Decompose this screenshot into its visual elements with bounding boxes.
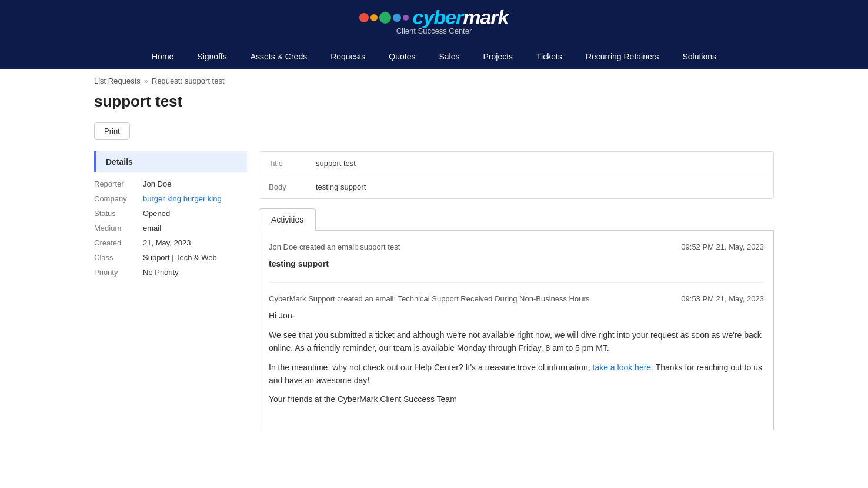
main-nav: Home Signoffs Assets & Creds Requests Qu… [0, 44, 868, 69]
activity-time-1: 09:52 PM 21, May, 2023 [681, 243, 764, 251]
nav-item-assets[interactable]: Assets & Creds [239, 44, 319, 69]
logo-circle-green [379, 12, 391, 24]
logo-wrapper: cybermark Client Success Center [359, 6, 508, 38]
activity-body-2-p2: We see that you submitted a ticket and a… [269, 328, 764, 355]
details-value-class: Support | Tech & Web [143, 253, 217, 262]
activity-body-1-text: testing support [269, 259, 329, 268]
details-row-company: Company burger king burger king [94, 194, 247, 203]
activity-body-1: testing support [269, 257, 764, 270]
activity-container: Jon Doe created an email: support test 0… [259, 231, 774, 430]
activity-header-1: Jon Doe created an email: support test 0… [269, 243, 764, 251]
logo-mark: mark [463, 6, 508, 28]
details-label-priority: Priority [94, 268, 138, 277]
activity-time-2: 09:53 PM 21, May, 2023 [681, 294, 764, 303]
nav-link-tickets[interactable]: Tickets [525, 44, 574, 69]
logo-circles [359, 12, 409, 24]
details-row-created: Created 21, May, 2023 [94, 238, 247, 247]
details-label-created: Created [94, 238, 138, 247]
nav-item-retainers[interactable]: Recurring Retainers [574, 44, 671, 69]
breadcrumb-parent-link[interactable]: List Requests [94, 77, 141, 85]
info-card-row-body: Body testing support [259, 175, 773, 198]
activity-author-1: Jon Doe created an email: support test [269, 243, 400, 251]
activity-author-2: CyberMark Support created an email: Tech… [269, 294, 589, 303]
breadcrumb-separator: » [144, 77, 148, 85]
nav-link-home[interactable]: Home [140, 44, 185, 69]
help-center-link[interactable]: take a look here. [593, 363, 654, 372]
details-label-medium: Medium [94, 224, 138, 233]
details-row-priority: Priority No Priority [94, 268, 247, 277]
logo-circle-purple [403, 15, 409, 21]
details-value-created: 21, May, 2023 [143, 238, 191, 247]
info-card-label-body: Body [269, 182, 316, 191]
nav-link-sales[interactable]: Sales [427, 44, 471, 69]
details-label-company: Company [94, 194, 138, 203]
details-label-reporter: Reporter [94, 180, 138, 188]
logo-circle-blue [393, 14, 401, 22]
nav-link-projects[interactable]: Projects [472, 44, 525, 69]
activity-body-2-p1: Hi Jon- [269, 309, 764, 322]
nav-item-quotes[interactable]: Quotes [377, 44, 427, 69]
print-button-area: Print [0, 117, 868, 151]
logo-image: cybermark [359, 6, 508, 29]
activity-entry-1: Jon Doe created an email: support test 0… [269, 243, 764, 283]
nav-item-tickets[interactable]: Tickets [525, 44, 574, 69]
nav-item-signoffs[interactable]: Signoffs [185, 44, 238, 69]
details-value-reporter: Jon Doe [143, 180, 171, 188]
logo-circle-red [359, 13, 369, 22]
logo-circle-orange [370, 14, 378, 21]
info-card-label-title: Title [269, 159, 316, 168]
nav-link-signoffs[interactable]: Signoffs [185, 44, 238, 69]
print-button[interactable]: Print [94, 122, 130, 140]
sidebar: Details Reporter Jon Doe Company burger … [94, 151, 247, 283]
page-title: support test [0, 92, 868, 117]
logo-brand-text: cybermark [412, 6, 508, 29]
details-table: Reporter Jon Doe Company burger king bur… [94, 180, 247, 277]
nav-item-home[interactable]: Home [140, 44, 185, 69]
nav-item-solutions[interactable]: Solutions [670, 44, 728, 69]
nav-link-solutions[interactable]: Solutions [670, 44, 728, 69]
details-label-class: Class [94, 253, 138, 262]
activity-body-2-p3: In the meantime, why not check out our H… [269, 361, 764, 387]
nav-link-retainers[interactable]: Recurring Retainers [574, 44, 671, 69]
activity-body-2-p4: Your friends at the CyberMark Client Suc… [269, 393, 764, 406]
details-value-company[interactable]: burger king burger king [143, 194, 222, 203]
breadcrumb: List Requests » Request: support test [0, 69, 868, 92]
sidebar-details-tab[interactable]: Details [94, 151, 247, 172]
details-row-class: Class Support | Tech & Web [94, 253, 247, 262]
nav-item-sales[interactable]: Sales [427, 44, 471, 69]
nav-item-requests[interactable]: Requests [319, 44, 377, 69]
details-value-status: Opened [143, 209, 170, 218]
activity-entry-2: CyberMark Support created an email: Tech… [269, 294, 764, 417]
activity-body-2: Hi Jon- We see that you submitted a tick… [269, 309, 764, 406]
activity-header-2: CyberMark Support created an email: Tech… [269, 294, 764, 303]
nav-link-assets[interactable]: Assets & Creds [239, 44, 319, 69]
content-area: Title support test Body testing support … [259, 151, 774, 430]
info-card-value-title: support test [316, 159, 356, 168]
nav-list: Home Signoffs Assets & Creds Requests Qu… [140, 44, 728, 69]
details-row-reporter: Reporter Jon Doe [94, 180, 247, 188]
details-value-medium: email [143, 224, 161, 233]
breadcrumb-current: Request: support test [152, 77, 225, 85]
info-card-row-title: Title support test [259, 152, 773, 175]
details-row-status: Status Opened [94, 209, 247, 218]
nav-item-projects[interactable]: Projects [472, 44, 525, 69]
info-card-value-body: testing support [316, 182, 366, 191]
details-row-medium: Medium email [94, 224, 247, 233]
tabs: Activities [259, 208, 774, 231]
nav-link-quotes[interactable]: Quotes [377, 44, 427, 69]
main-layout: Details Reporter Jon Doe Company burger … [0, 151, 868, 454]
logo-cyber: cyber [412, 6, 463, 28]
logo-subtitle: Client Success Center [396, 26, 472, 35]
nav-link-requests[interactable]: Requests [319, 44, 377, 69]
site-header: cybermark Client Success Center Home Sig… [0, 0, 868, 69]
details-value-priority: No Priority [143, 268, 179, 277]
tab-activities[interactable]: Activities [259, 208, 316, 231]
details-label-status: Status [94, 209, 138, 218]
info-card: Title support test Body testing support [259, 151, 774, 199]
